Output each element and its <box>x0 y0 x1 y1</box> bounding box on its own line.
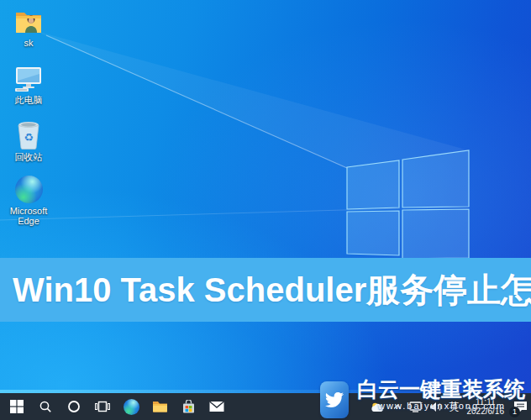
desktop-icon-this-pc[interactable]: 此电脑 <box>2 64 55 105</box>
windows-start-icon <box>10 400 24 413</box>
weather-tray-button[interactable] <box>370 395 386 418</box>
search-button[interactable] <box>35 395 55 418</box>
hidden-icons-button[interactable] <box>392 395 403 418</box>
windows-logo-artwork <box>0 0 531 393</box>
store-icon <box>181 400 196 414</box>
clock-time: 11:11 <box>467 397 505 407</box>
this-pc-icon <box>13 66 44 92</box>
desktop-icon-label: Microsoft Edge <box>2 206 55 226</box>
microsoft-store-button[interactable] <box>178 395 198 418</box>
speaker-icon <box>429 402 442 412</box>
cortana-button[interactable] <box>64 395 84 418</box>
edge-icon <box>124 399 139 415</box>
edge-icon <box>15 176 43 203</box>
edge-taskbar-button[interactable] <box>121 395 141 418</box>
taskbar-clock[interactable]: 11:11 2022/6/16 <box>465 397 507 416</box>
start-button[interactable] <box>7 395 27 418</box>
desktop-wallpaper <box>0 0 531 393</box>
volume-tray-button[interactable] <box>428 395 444 418</box>
user-folder-icon <box>14 8 43 35</box>
file-explorer-icon <box>152 400 168 413</box>
headline-text: Win10 Task Scheduler服务停止怎么办 <box>13 267 531 313</box>
monitor-icon <box>409 402 422 412</box>
desktop-icon-label: 此电脑 <box>2 95 55 105</box>
windows-desktop: sk 此电脑 ♻ 回收站 Micro <box>0 0 531 420</box>
action-center-button[interactable]: 1 <box>511 395 529 418</box>
display-tray-button[interactable] <box>408 395 423 418</box>
clock-date: 2022/6/16 <box>467 407 505 416</box>
file-explorer-button[interactable] <box>150 395 170 418</box>
headline-banner: Win10 Task Scheduler服务停止怎么办 <box>0 258 531 322</box>
desktop-icon-label: sk <box>2 38 55 48</box>
mail-icon <box>209 401 224 412</box>
system-tray: 英 11:11 2022/6/16 1 <box>370 393 530 420</box>
recycle-symbol: ♻ <box>24 132 34 143</box>
chevron-up-icon <box>393 404 402 410</box>
search-icon <box>39 400 52 413</box>
ime-language-indicator[interactable]: 英 <box>449 400 460 414</box>
desktop-icon-label: 回收站 <box>2 152 55 162</box>
task-view-icon <box>95 400 110 413</box>
mail-button[interactable] <box>207 395 227 418</box>
desktop-icon-user-folder[interactable]: sk <box>2 7 55 48</box>
weather-cloud-icon <box>371 402 385 412</box>
taskbar-left-group <box>0 395 227 418</box>
task-view-button[interactable] <box>92 395 113 418</box>
desktop-icon-recycle-bin[interactable]: ♻ 回收站 <box>2 121 55 162</box>
cortana-icon <box>67 400 81 413</box>
notification-badge: 1 <box>509 407 520 417</box>
taskbar: 英 11:11 2022/6/16 1 <box>0 393 531 420</box>
desktop-icon-edge[interactable]: Microsoft Edge <box>2 175 55 226</box>
